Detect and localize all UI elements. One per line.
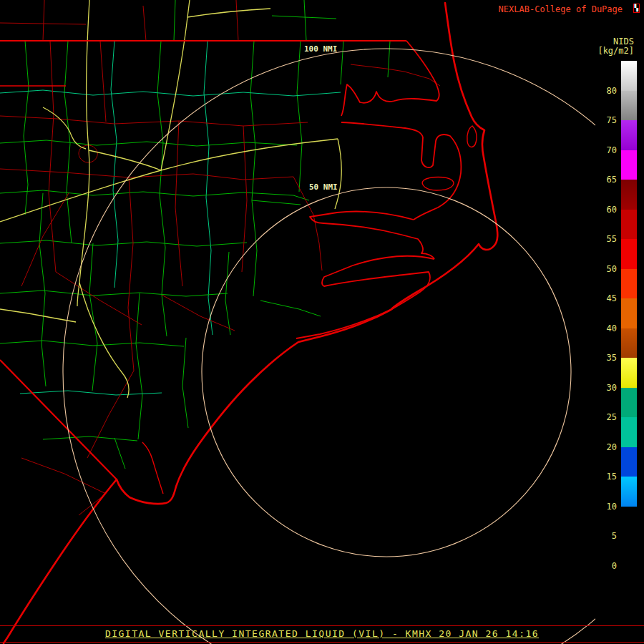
sound-shorelines [142, 41, 477, 494]
colorbar-band: 50 [621, 239, 637, 269]
colorbar-tick-label: 25 [594, 412, 617, 422]
colorbar-tick-label: 5 [594, 531, 617, 541]
colorbar-band: 10 [621, 477, 637, 507]
colorbar-band: 25 [621, 388, 637, 418]
range-rings [63, 49, 644, 644]
colorbar-band: 0 [621, 536, 637, 566]
colorbar-tick-label: 70 [594, 145, 617, 155]
site-title: NEXLAB-College of DuPage [499, 4, 623, 14]
colorbar-band: 70 [621, 120, 637, 150]
colorbar-tick-label: 10 [594, 502, 617, 512]
colorbar-band: 80 [621, 61, 637, 91]
colorbar-units: [kg/m2] [597, 47, 634, 56]
radar-map-canvas [0, 0, 644, 644]
colorbar-band: 15 [621, 447, 637, 477]
colorbar-tick-label: 55 [594, 234, 617, 244]
product-caption: DIGITAL VERTICALLY INTEGRATED LIQUID (VI… [0, 628, 644, 639]
cod-logo-icon: ▚ [633, 4, 640, 13]
range-ring-label-100nmi: 100 NMI [304, 44, 337, 54]
colorbar-tick-label: 50 [594, 264, 617, 274]
colorbar-tick-label: 80 [594, 86, 617, 96]
radar-display: 100 NMI 50 NMI NEXLAB-College of DuPage … [0, 0, 644, 644]
colorbar-band: 20 [621, 417, 637, 447]
colorbar-band: 40 [621, 298, 637, 328]
colorbar: 80757065605550454035302520151050 [621, 61, 637, 566]
colorbar-band: 75 [621, 91, 637, 121]
colorbar-band: 30 [621, 358, 637, 388]
colorbar-tick-label: 75 [594, 115, 617, 125]
colorbar-band: 35 [621, 328, 637, 358]
colorbar-units-block: NIDS [kg/m2] [597, 37, 634, 56]
colorbar-band: 45 [621, 269, 637, 299]
colorbar-tick-label: 15 [594, 472, 617, 482]
colorbar-tick-label: 20 [594, 442, 617, 452]
colorbar-tick-label: 40 [594, 323, 617, 333]
state-border-lines [0, 41, 406, 479]
range-ring-label-50nmi: 50 NMI [309, 182, 338, 192]
colorbar-band: 55 [621, 210, 637, 240]
colorbar-tick-label: 30 [594, 383, 617, 393]
caption-divider-bottom [0, 642, 644, 643]
colorbar-band: 60 [621, 180, 637, 210]
colorbar-band: 65 [621, 150, 637, 180]
caption-divider-top [0, 625, 644, 626]
county-boundary-lines [0, 0, 390, 469]
colorbar-tick-label: 60 [594, 205, 617, 215]
colorbar-tick-label: 0 [594, 561, 617, 571]
colorbar-tick-label: 65 [594, 175, 617, 185]
colorbar-tick-label: 35 [594, 353, 617, 363]
colorbar-tick-label: 45 [594, 293, 617, 303]
colorbar-band: 5 [621, 507, 637, 537]
